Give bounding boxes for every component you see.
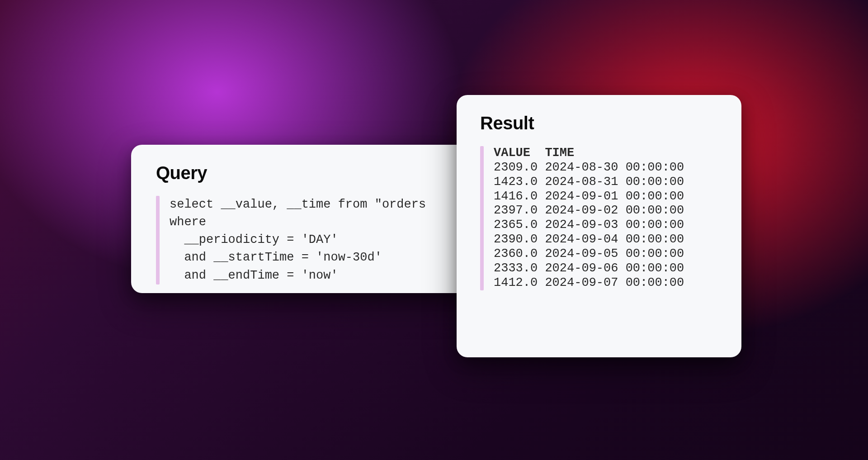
query-code-content: select __value, __time from "orders wher… <box>170 196 426 285</box>
result-rows: 2309.0 2024-08-30 00:00:001423.0 2024-08… <box>494 161 684 290</box>
result-row: 2309.0 2024-08-30 00:00:00 <box>494 161 684 175</box>
result-row: 1423.0 2024-08-31 00:00:00 <box>494 175 684 190</box>
query-accent-bar <box>156 196 160 285</box>
result-row: 2333.0 2024-09-06 00:00:00 <box>494 261 684 276</box>
result-row: 1412.0 2024-09-07 00:00:00 <box>494 276 684 290</box>
result-title: Result <box>480 113 718 133</box>
query-code-block: select __value, __time from "orders wher… <box>156 196 452 285</box>
result-card: Result VALUE TIME 2309.0 2024-08-30 00:0… <box>457 95 741 357</box>
result-row: 2390.0 2024-09-04 00:00:00 <box>494 232 684 247</box>
query-card: Query select __value, __time from "order… <box>131 145 477 293</box>
result-header-row: VALUE TIME <box>494 146 684 161</box>
result-row: 2360.0 2024-09-05 00:00:00 <box>494 247 684 261</box>
result-accent-bar <box>480 146 484 290</box>
result-row: 2397.0 2024-09-02 00:00:00 <box>494 204 684 218</box>
result-table: VALUE TIME 2309.0 2024-08-30 00:00:00142… <box>494 146 684 290</box>
result-code-block: VALUE TIME 2309.0 2024-08-30 00:00:00142… <box>480 146 718 290</box>
result-header-value: VALUE <box>494 146 530 160</box>
result-row: 2365.0 2024-09-03 00:00:00 <box>494 218 684 232</box>
query-title: Query <box>156 163 452 183</box>
result-header-time: TIME <box>545 146 574 160</box>
result-row: 1416.0 2024-09-01 00:00:00 <box>494 190 684 204</box>
